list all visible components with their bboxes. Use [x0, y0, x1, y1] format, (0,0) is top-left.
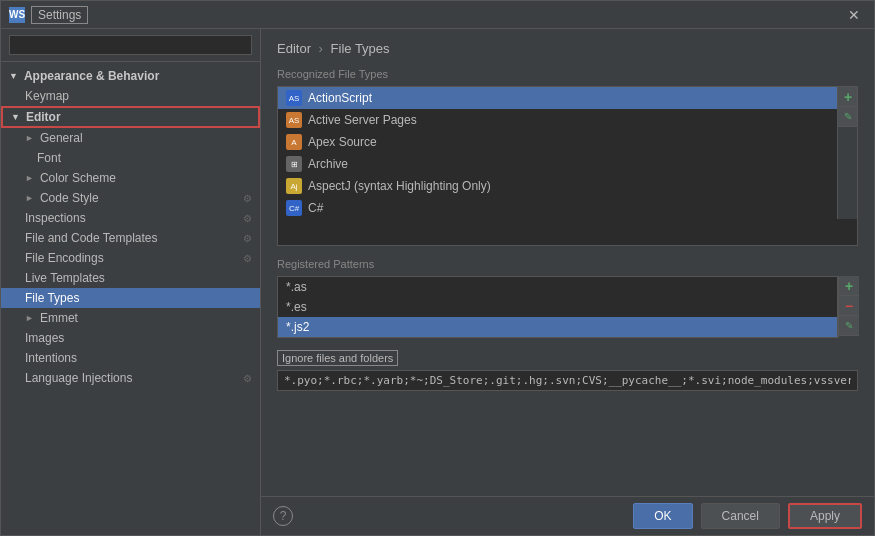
file-item-active-server[interactable]: AS Active Server Pages [278, 109, 837, 131]
action-buttons: OK Cancel Apply [633, 503, 862, 529]
registered-patterns-label: Registered Patterns [277, 258, 858, 270]
patterns-container: *.as *.es *.js2 + − ✎ [277, 276, 858, 338]
sidebar-item-keymap[interactable]: Keymap [1, 86, 260, 106]
registered-patterns-section: Registered Patterns *.as *.es *.js2 + − … [277, 258, 858, 338]
sidebar-item-label: Appearance & Behavior [24, 69, 159, 83]
file-item-label: AspectJ (syntax Highlighting Only) [308, 179, 491, 193]
settings-icon: ⚙ [243, 373, 252, 384]
file-type-icon: AS [286, 90, 302, 106]
settings-window: WS Settings ✕ ▼ Appearance & Behavior Ke… [0, 0, 875, 536]
sidebar-item-language-injections[interactable]: Language Injections ⚙ [1, 368, 260, 388]
arrow-icon: ▼ [11, 112, 20, 122]
ignore-label: Ignore files and folders [277, 350, 398, 366]
breadcrumb-part2: File Types [331, 41, 390, 56]
search-box [1, 29, 260, 62]
recognized-file-types-label: Recognized File Types [277, 68, 858, 80]
sidebar-item-images[interactable]: Images [1, 328, 260, 348]
arrow-icon: ► [25, 173, 34, 183]
pattern-item-es[interactable]: *.es [278, 297, 837, 317]
titlebar-left: WS Settings [9, 6, 88, 24]
add-file-type-button[interactable]: + [838, 87, 858, 107]
sidebar-item-label: Intentions [25, 351, 77, 365]
settings-icon: ⚙ [243, 213, 252, 224]
sidebar-item-label: General [40, 131, 83, 145]
sidebar-item-editor[interactable]: ▼ Editor [1, 106, 260, 128]
cancel-button[interactable]: Cancel [701, 503, 780, 529]
file-list-container: AS ActionScript AS Active Server Pages A… [277, 86, 858, 246]
sidebar-item-inspections[interactable]: Inspections ⚙ [1, 208, 260, 228]
settings-icon: ⚙ [243, 253, 252, 264]
sidebar-item-file-types[interactable]: File Types [1, 288, 260, 308]
sidebar-item-label: File and Code Templates [25, 231, 158, 245]
remove-pattern-button[interactable]: − [839, 296, 859, 316]
sidebar-item-label: Editor [26, 110, 61, 124]
sidebar-item-label: Language Injections [25, 371, 132, 385]
breadcrumb: Editor › File Types [277, 41, 858, 56]
ignore-input[interactable] [277, 370, 858, 391]
sidebar-item-label: Font [37, 151, 61, 165]
sidebar-item-label: Inspections [25, 211, 86, 225]
file-item-actionscript[interactable]: AS ActionScript [278, 87, 837, 109]
file-type-icon: Aj [286, 178, 302, 194]
edit-file-type-button[interactable]: ✎ [838, 107, 858, 127]
titlebar: WS Settings ✕ [1, 1, 874, 29]
sidebar: ▼ Appearance & Behavior Keymap ▼ Editor … [1, 29, 261, 535]
sidebar-item-intentions[interactable]: Intentions [1, 348, 260, 368]
help-button[interactable]: ? [273, 506, 293, 526]
file-item-label: Apex Source [308, 135, 377, 149]
sidebar-item-general[interactable]: ► General [1, 128, 260, 148]
patterns-list: *.as *.es *.js2 [277, 276, 838, 338]
sidebar-item-label: Emmet [40, 311, 78, 325]
file-item-csharp[interactable]: C# C# [278, 197, 837, 219]
ignore-section: Ignore files and folders [277, 350, 858, 391]
sidebar-item-font[interactable]: Font [1, 148, 260, 168]
arrow-icon: ► [25, 313, 34, 323]
file-list-scroll: AS ActionScript AS Active Server Pages A… [278, 87, 857, 219]
breadcrumb-sep: › [319, 41, 323, 56]
file-item-archive[interactable]: ⊞ Archive [278, 153, 837, 175]
add-pattern-button[interactable]: + [839, 276, 859, 296]
file-item-label: Archive [308, 157, 348, 171]
arrow-icon: ▼ [9, 71, 18, 81]
breadcrumb-part1: Editor [277, 41, 311, 56]
main-panel: Editor › File Types Recognized File Type… [261, 29, 874, 496]
arrow-icon: ► [25, 193, 34, 203]
file-item-aspectj[interactable]: Aj AspectJ (syntax Highlighting Only) [278, 175, 837, 197]
file-item-label: C# [308, 201, 323, 215]
file-item-label: Active Server Pages [308, 113, 417, 127]
file-type-icon: ⊞ [286, 156, 302, 172]
sidebar-item-live-templates[interactable]: Live Templates [1, 268, 260, 288]
settings-icon: ⚙ [243, 233, 252, 244]
ok-button[interactable]: OK [633, 503, 692, 529]
app-icon: WS [9, 7, 25, 23]
pattern-item-as[interactable]: *.as [278, 277, 837, 297]
window-title: Settings [31, 6, 88, 24]
sidebar-item-label: Keymap [25, 89, 69, 103]
apply-button[interactable]: Apply [788, 503, 862, 529]
sidebar-item-label: Images [25, 331, 64, 345]
edit-pattern-button[interactable]: ✎ [839, 316, 859, 336]
sidebar-item-emmet[interactable]: ► Emmet [1, 308, 260, 328]
sidebar-item-color-scheme[interactable]: ► Color Scheme [1, 168, 260, 188]
sidebar-item-label: Live Templates [25, 271, 105, 285]
sidebar-item-file-code-templates[interactable]: File and Code Templates ⚙ [1, 228, 260, 248]
sidebar-item-label: Code Style [40, 191, 99, 205]
main-panel-wrapper: Editor › File Types Recognized File Type… [261, 29, 874, 535]
close-button[interactable]: ✕ [842, 5, 866, 25]
search-input[interactable] [9, 35, 252, 55]
sidebar-item-code-style[interactable]: ► Code Style ⚙ [1, 188, 260, 208]
sidebar-item-label: File Types [25, 291, 79, 305]
sidebar-item-label: File Encodings [25, 251, 104, 265]
file-list: AS ActionScript AS Active Server Pages A… [278, 87, 837, 219]
file-item-label: ActionScript [308, 91, 372, 105]
sidebar-item-file-encodings[interactable]: File Encodings ⚙ [1, 248, 260, 268]
bottom-bar: ? OK Cancel Apply [261, 496, 874, 535]
pattern-item-js2[interactable]: *.js2 [278, 317, 837, 337]
file-item-apex-source[interactable]: A Apex Source [278, 131, 837, 153]
file-type-icon: AS [286, 112, 302, 128]
nav-tree: ▼ Appearance & Behavior Keymap ▼ Editor … [1, 62, 260, 535]
file-type-icon: C# [286, 200, 302, 216]
pattern-scrollbar-buttons: + − ✎ [838, 276, 858, 338]
sidebar-item-appearance[interactable]: ▼ Appearance & Behavior [1, 66, 260, 86]
file-type-icon: A [286, 134, 302, 150]
